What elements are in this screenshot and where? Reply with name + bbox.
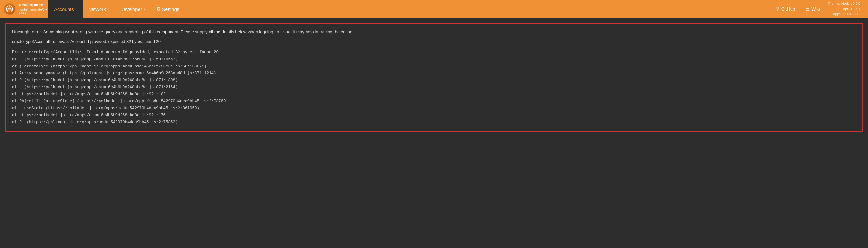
version-line3: apps v0.130.2-12 (833, 12, 860, 16)
version-line1: Frontier Node v0.0.0 (828, 2, 860, 5)
nav-right: ⑂ GitHub ▤ Wiki (772, 0, 825, 18)
nav-item-accounts[interactable]: Accounts ▾ (48, 0, 83, 18)
svg-point-2 (9, 8, 10, 10)
stack-line: Error: createType(AccountId):: Invalid A… (12, 49, 856, 56)
nav-github-link[interactable]: ⑂ GitHub (772, 0, 800, 18)
stack-line: at https://polkadot.js.org/apps/comm.6c4… (12, 112, 856, 119)
stack-line: at Object.li [as useState] (https://polk… (12, 98, 856, 105)
stack-line: at D (https://polkadot.js.org/apps/comm.… (12, 77, 856, 84)
brand-text: Development frontier-template/1 ▾ #305 (19, 3, 47, 15)
error-summary: Uncaught error. Something went wrong wit… (12, 29, 856, 35)
nav-accounts-label: Accounts (54, 6, 74, 12)
brand-logo (4, 3, 16, 15)
error-stack: Error: createType(AccountId):: Invalid A… (12, 49, 856, 126)
nav-version: Frontier Node v0.0.0 api v10.7.1 apps v0… (825, 1, 864, 17)
nav-github-label: GitHub (781, 6, 795, 11)
nav-accounts-chevron: ▾ (75, 7, 77, 11)
nav-developer-label: Developer (120, 6, 142, 12)
brand-dev-id: #305 (19, 11, 47, 15)
brand-dev-name: Development (19, 3, 47, 8)
nav-item-settings[interactable]: Settings (151, 0, 185, 18)
nav-wiki-link[interactable]: ▤ Wiki (801, 0, 824, 18)
stack-line: at https://polkadot.js.org/apps/comm.6c4… (12, 91, 856, 98)
error-panel: Uncaught error. Something went wrong wit… (5, 23, 863, 132)
gear-icon (156, 6, 161, 12)
nav-item-network[interactable]: Network ▾ (83, 0, 115, 18)
github-icon: ⑂ (776, 6, 779, 12)
stack-line: at L (https://polkadot.js.org/apps/comm.… (12, 84, 856, 91)
stack-line: at h (https://polkadot.js.org/apps/modu.… (12, 56, 856, 63)
nav-item-developer[interactable]: Developer ▾ (115, 0, 151, 18)
nav-items: Accounts ▾ Network ▾ Developer ▾ Setting… (48, 0, 772, 18)
navbar: Development frontier-template/1 ▾ #305 A… (0, 0, 868, 18)
version-line2: api v10.7.1 (843, 7, 860, 11)
stack-line: at Array.<anonymous> (https://polkadot.j… (12, 70, 856, 77)
error-short-message: createType(AccountId):: Invalid AccountI… (12, 38, 856, 45)
stack-line: at Pi (https://polkadot.js.org/apps/modu… (12, 119, 856, 126)
nav-network-chevron: ▾ (107, 7, 109, 11)
stack-line: at j.createType (https://polkadot.js.org… (12, 63, 856, 70)
nav-developer-chevron: ▾ (143, 7, 145, 11)
main-content: Uncaught error. Something went wrong wit… (0, 18, 868, 248)
brand[interactable]: Development frontier-template/1 ▾ #305 (4, 3, 47, 15)
wiki-icon: ▤ (805, 6, 809, 11)
nav-wiki-label: Wiki (811, 6, 820, 11)
nav-network-label: Network (88, 6, 106, 12)
stack-line: at t.useState (https://polkadot.js.org/a… (12, 105, 856, 112)
nav-settings-label: Settings (162, 6, 179, 12)
brand-dev-sub: frontier-template/1 ▾ (19, 8, 47, 11)
